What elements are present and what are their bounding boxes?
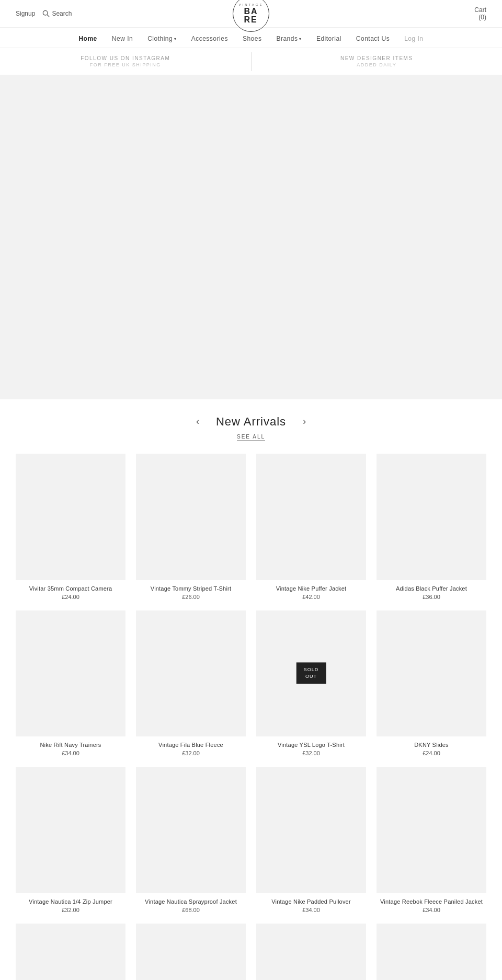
product-price: £68.00 [136,907,246,913]
product-grid: Vivitar 35mm Compact Camera£24.00Vintage… [0,448,502,918]
header: Signup Search VINTAGE BARE Cart (0) [0,0,502,28]
header-right: Cart (0) [474,6,486,21]
product-price: £32.00 [136,750,246,756]
product-price: £32.00 [256,750,366,756]
svg-line-1 [48,15,50,17]
product-price: £34.00 [16,750,126,756]
promo-right-main: NEW DESIGNER ITEMS [262,55,492,61]
product-image [256,767,366,893]
product-image [376,454,486,580]
logo-bare: BARE [244,7,258,24]
logo[interactable]: VINTAGE BARE [233,0,269,32]
signup-link[interactable]: Signup [16,10,35,17]
promo-left-sub: FOR FREE UK SHIPPING [10,62,241,67]
product-name: DKNY Slides [376,742,486,748]
see-all-wrap: SEE ALL [0,432,502,440]
nav-brands-label: Brands [276,35,298,42]
nav-login[interactable]: Log In [404,35,423,42]
product-price: £24.00 [16,594,126,600]
product-name: Nike Rift Navy Trainers [16,742,126,748]
bottom-placeholder-3 [251,918,371,981]
nav-new-in[interactable]: New In [112,35,133,42]
see-all-link[interactable]: SEE ALL [237,434,265,441]
product-image: SOLDOUT [256,610,366,737]
product-image [376,610,486,737]
search-icon [42,10,50,17]
svg-point-0 [43,10,48,15]
product-image [16,767,126,893]
prev-arrow-button[interactable]: ‹ [192,414,203,429]
section-header: ‹ New Arrivals › [0,399,502,432]
hero-image [0,75,502,399]
logo-circle: VINTAGE BARE [233,0,269,32]
product-price: £26.00 [136,594,246,600]
product-price: £34.00 [256,907,366,913]
promo-left-main: FOLLOW US ON INSTAGRAM [10,55,241,61]
product-name: Vintage Nike Puffer Jacket [256,585,366,592]
product-card[interactable]: Nike Rift Navy Trainers£34.00 [10,605,131,762]
nav-editorial[interactable]: Editorial [316,35,341,42]
product-name: Vintage Fila Blue Fleece [136,742,246,748]
bottom-placeholder-1 [10,918,131,981]
product-card[interactable]: SOLDOUTVintage YSL Logo T-Shirt£32.00 [251,605,371,762]
promo-bar: FOLLOW US ON INSTAGRAM FOR FREE UK SHIPP… [0,48,502,75]
product-price: £34.00 [376,907,486,913]
nav-clothing[interactable]: Clothing ▾ [147,35,177,42]
product-image [16,610,126,737]
product-card[interactable]: Vintage Fila Blue Fleece£32.00 [131,605,251,762]
product-image [256,454,366,580]
product-image [136,767,246,893]
nav-contact[interactable]: Contact Us [356,35,390,42]
promo-right: NEW DESIGNER ITEMS ADDED DAILY [252,48,503,75]
search-wrap[interactable]: Search [42,10,72,17]
bottom-placeholder-4 [371,918,492,981]
bottom-row [0,918,502,981]
product-card[interactable]: Vintage Reebok Fleece Paniled Jacket£34.… [371,762,492,918]
product-name: Vivitar 35mm Compact Camera [16,585,126,592]
nav-home[interactable]: Home [78,35,97,42]
product-image [376,767,486,893]
product-card[interactable]: Vintage Nike Puffer Jacket£42.00 [251,448,371,605]
brands-dropdown-icon: ▾ [299,37,302,41]
cart-count: (0) [474,14,486,21]
product-card[interactable]: Vintage Nautica 1/4 Zip Jumper£32.00 [10,762,131,918]
product-image [136,454,246,580]
nav-shoes[interactable]: Shoes [243,35,262,42]
nav-brands[interactable]: Brands ▾ [276,35,302,42]
product-name: Vintage YSL Logo T-Shirt [256,742,366,748]
product-card[interactable]: Vintage Nike Padded Pullover£34.00 [251,762,371,918]
next-arrow-button[interactable]: › [299,414,310,429]
product-name: Adidas Black Puffer Jacket [376,585,486,592]
product-image [136,610,246,737]
product-card[interactable]: DKNY Slides£24.00 [371,605,492,762]
promo-left: FOLLOW US ON INSTAGRAM FOR FREE UK SHIPP… [0,48,251,75]
product-name: Vintage Reebok Fleece Paniled Jacket [376,898,486,905]
product-name: Vintage Nautica Sprayproof Jacket [136,898,246,905]
nav-clothing-label: Clothing [147,35,173,42]
product-name: Vintage Nike Padded Pullover [256,898,366,905]
clothing-dropdown-icon: ▾ [174,37,177,41]
product-price: £36.00 [376,594,486,600]
section-title: New Arrivals [216,415,286,429]
product-price: £32.00 [16,907,126,913]
product-price: £24.00 [376,750,486,756]
product-card[interactable]: Vintage Nautica Sprayproof Jacket£68.00 [131,762,251,918]
header-left: Signup Search [16,10,72,17]
bottom-placeholder-2 [131,918,251,981]
product-name: Vintage Tommy Striped T-Shirt [136,585,246,592]
product-card[interactable]: Vivitar 35mm Compact Camera£24.00 [10,448,131,605]
cart-label[interactable]: Cart [474,6,486,14]
sold-out-badge: SOLDOUT [296,663,326,684]
product-card[interactable]: Vintage Tommy Striped T-Shirt£26.00 [131,448,251,605]
promo-right-sub: ADDED DAILY [262,62,492,67]
nav-accessories[interactable]: Accessories [191,35,228,42]
product-card[interactable]: Adidas Black Puffer Jacket£36.00 [371,448,492,605]
product-image [16,454,126,580]
search-label: Search [52,10,72,17]
product-price: £42.00 [256,594,366,600]
product-name: Vintage Nautica 1/4 Zip Jumper [16,898,126,905]
